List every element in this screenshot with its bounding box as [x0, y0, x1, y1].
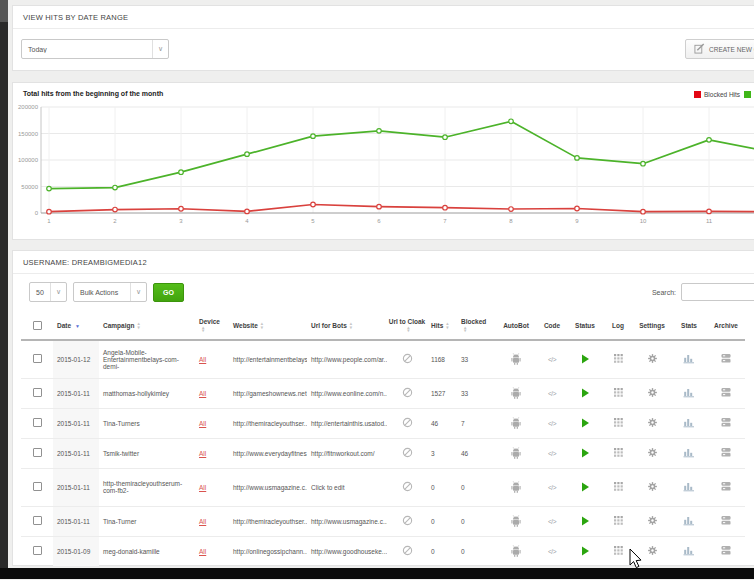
code-icon[interactable]: </> — [548, 390, 556, 397]
code-icon[interactable]: </> — [548, 420, 556, 427]
android-robot-icon[interactable] — [511, 487, 521, 494]
play-icon[interactable] — [581, 550, 590, 557]
page-size-select[interactable]: 50 ∨ — [29, 282, 67, 302]
code-icon[interactable]: </> — [548, 450, 556, 457]
gear-icon[interactable] — [647, 422, 658, 429]
play-icon[interactable] — [581, 392, 590, 399]
bar-chart-icon[interactable] — [683, 392, 695, 399]
column-header-device[interactable]: Device▴▾ — [195, 312, 229, 340]
row-checkbox[interactable] — [33, 482, 42, 491]
hits-cell: 0 — [427, 536, 457, 566]
gear-icon[interactable] — [647, 392, 658, 399]
row-checkbox[interactable] — [33, 388, 42, 397]
android-robot-icon[interactable] — [511, 551, 521, 558]
gear-icon[interactable] — [647, 520, 658, 527]
android-robot-icon[interactable] — [511, 393, 521, 400]
log-grid-icon[interactable] — [613, 520, 624, 527]
gear-icon[interactable] — [647, 452, 658, 459]
website-cell: http://themiracleyouthser... — [229, 408, 307, 438]
device-all-link[interactable]: All — [199, 390, 206, 397]
url-for-bots-cell: http://www.goodhouseke... — [307, 536, 387, 566]
bar-chart-icon[interactable] — [683, 486, 695, 493]
device-all-link[interactable]: All — [199, 450, 206, 457]
code-icon[interactable]: </> — [548, 548, 556, 555]
bar-chart-icon[interactable] — [683, 550, 695, 557]
create-new-campaign-button[interactable]: CREATE NEW CAMPAIGN — [685, 39, 754, 59]
sort-icon[interactable]: ▴▾ — [446, 322, 448, 329]
url-for-bots-cell[interactable]: Click to edit — [307, 468, 387, 506]
sort-icon[interactable]: ▴▾ — [350, 322, 352, 329]
code-icon[interactable]: </> — [548, 484, 556, 491]
prohibited-icon[interactable] — [402, 550, 413, 557]
row-checkbox[interactable] — [33, 418, 42, 427]
select-all-checkbox[interactable] — [33, 321, 42, 330]
android-robot-icon[interactable] — [511, 423, 521, 430]
column-header-blocked[interactable]: Blocked▴▾ — [457, 312, 495, 340]
column-header-date[interactable]: Date▼ — [53, 312, 99, 340]
bar-chart-icon[interactable] — [683, 452, 695, 459]
code-icon[interactable]: </> — [548, 356, 556, 363]
prohibited-icon[interactable] — [402, 358, 413, 365]
device-all-link[interactable]: All — [199, 548, 206, 555]
sort-icon[interactable]: ▴▾ — [261, 322, 263, 329]
svg-text:5: 5 — [311, 218, 315, 224]
log-grid-icon[interactable] — [613, 452, 624, 459]
play-icon[interactable] — [581, 452, 590, 459]
gear-icon[interactable] — [647, 358, 658, 365]
column-header-cloak[interactable]: Url to Cloak▴▾ — [387, 312, 427, 340]
sort-icon[interactable]: ▴▾ — [137, 322, 139, 329]
log-grid-icon[interactable] — [613, 550, 624, 557]
android-robot-icon[interactable] — [511, 453, 521, 460]
archive-stack-icon[interactable] — [720, 392, 732, 399]
prohibited-icon[interactable] — [402, 392, 413, 399]
column-header-campaign[interactable]: Campaign▴▾ — [99, 312, 195, 340]
archive-stack-icon[interactable] — [720, 486, 732, 493]
sort-desc-icon[interactable]: ▼ — [75, 323, 80, 329]
column-header-website[interactable]: Website▴▾ — [229, 312, 307, 340]
svg-text:4: 4 — [245, 218, 249, 224]
sort-icon[interactable]: ▴▾ — [464, 326, 466, 333]
log-grid-icon[interactable] — [613, 392, 624, 399]
archive-stack-icon[interactable] — [720, 422, 732, 429]
archive-stack-icon[interactable] — [720, 358, 732, 365]
row-checkbox[interactable] — [33, 354, 42, 363]
bar-chart-icon[interactable] — [683, 358, 695, 365]
gear-icon[interactable] — [647, 486, 658, 493]
bulk-actions-select[interactable]: Bulk Actions ∨ — [73, 282, 147, 302]
prohibited-icon[interactable] — [402, 452, 413, 459]
gear-icon[interactable] — [647, 550, 658, 557]
bar-chart-icon[interactable] — [683, 520, 695, 527]
search-input[interactable] — [681, 283, 754, 301]
sort-icon[interactable]: ▴▾ — [202, 326, 204, 333]
row-checkbox[interactable] — [33, 516, 42, 525]
log-grid-icon[interactable] — [613, 422, 624, 429]
prohibited-icon[interactable] — [402, 520, 413, 527]
prohibited-icon[interactable] — [402, 422, 413, 429]
column-header-hits[interactable]: Hits▴▾ — [427, 312, 457, 340]
date-range-select[interactable]: Today ∨ — [21, 39, 169, 59]
device-all-link[interactable]: All — [199, 518, 206, 525]
archive-stack-icon[interactable] — [720, 550, 732, 557]
play-icon[interactable] — [581, 358, 590, 365]
device-all-link[interactable]: All — [199, 484, 206, 491]
android-robot-icon[interactable] — [511, 521, 521, 528]
bar-chart-icon[interactable] — [683, 422, 695, 429]
row-checkbox[interactable] — [33, 448, 42, 457]
device-all-link[interactable]: All — [199, 356, 206, 363]
row-checkbox[interactable] — [33, 546, 42, 555]
code-icon[interactable]: </> — [548, 518, 556, 525]
column-header-url_for_bots[interactable]: Url for Bots▴▾ — [307, 312, 387, 340]
archive-stack-icon[interactable] — [720, 520, 732, 527]
play-icon[interactable] — [581, 520, 590, 527]
archive-stack-icon[interactable] — [720, 452, 732, 459]
go-button[interactable]: GO — [153, 283, 184, 302]
log-grid-icon[interactable] — [613, 486, 624, 493]
hits-line-chart: 050000100000150000200000123456789101112 — [13, 83, 754, 239]
play-icon[interactable] — [581, 486, 590, 493]
log-grid-icon[interactable] — [613, 358, 624, 365]
device-all-link[interactable]: All — [199, 420, 206, 427]
sort-icon[interactable]: ▴▾ — [407, 326, 409, 333]
prohibited-icon[interactable] — [402, 486, 413, 493]
android-robot-icon[interactable] — [511, 359, 521, 366]
play-icon[interactable] — [581, 422, 590, 429]
